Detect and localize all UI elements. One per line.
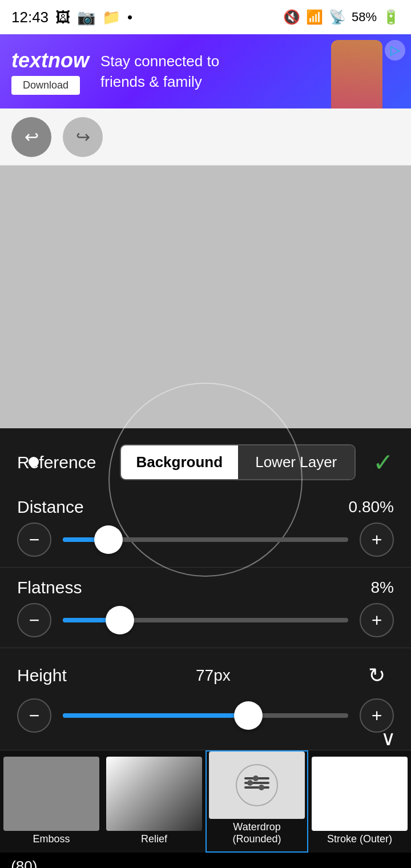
camera-icon: 📷	[77, 9, 95, 26]
height-value: 77px	[196, 666, 231, 685]
divider-1	[0, 567, 411, 568]
waterdrop-label: Waterdrop(Rounded)	[232, 821, 281, 846]
ad-banner[interactable]: textnow Download Stay connected tofriend…	[0, 34, 411, 108]
distance-label-row: Distance 0.80%	[17, 497, 394, 517]
distance-value: 0.80%	[349, 498, 394, 516]
stroke-outer-label: Stroke (Outer)	[327, 833, 392, 846]
waterdrop-thumb	[209, 752, 305, 819]
flatness-increase-button[interactable]: +	[360, 603, 394, 637]
redo-icon: ↪	[76, 127, 90, 147]
effect-waterdrop[interactable]: Waterdrop(Rounded)	[206, 750, 308, 853]
ad-download-button[interactable]: Download	[11, 76, 80, 95]
bottom-nav: (80)Adjust Color Blur Style Draw	[0, 853, 411, 868]
effect-stroke-outer[interactable]: Stroke (Outer)	[308, 750, 411, 853]
height-slider-fill	[63, 713, 248, 718]
emboss-label: Emboss	[33, 833, 70, 846]
height-slider-thumb[interactable]	[234, 701, 263, 730]
flatness-decrease-button[interactable]: −	[17, 603, 51, 637]
panel-dot	[29, 457, 39, 467]
wifi-icon: 📶	[306, 9, 323, 25]
ad-phone-image	[331, 40, 382, 108]
screenshot-icon: 🖼	[55, 9, 70, 26]
flatness-slider-thumb[interactable]	[106, 606, 134, 634]
relief-thumb	[106, 757, 202, 831]
folder-icon: 📁	[102, 9, 120, 26]
undo-icon: ↩	[25, 127, 39, 147]
toolbar: ↩ ↪	[0, 108, 411, 166]
relief-label: Relief	[141, 833, 167, 846]
time-display: 12:43	[11, 9, 49, 26]
distance-slider-row: − +	[17, 523, 394, 557]
signal-icon: 📡	[329, 9, 346, 25]
flatness-label-row: Flatness 8%	[17, 578, 394, 597]
flatness-label: Flatness	[17, 578, 82, 597]
control-panel: Reference Background Lower Layer ✓ Dista…	[0, 428, 411, 750]
ad-tagline: Stay connected tofriends & family	[100, 51, 219, 93]
status-bar: 12:43 🖼 📷 📁 • 🔇 📶 📡 58% 🔋	[0, 0, 411, 34]
distance-label: Distance	[17, 497, 84, 517]
flatness-slider-track[interactable]	[63, 618, 348, 622]
reference-toggle[interactable]: Background Lower Layer	[120, 444, 356, 480]
status-right: 🔇 📶 📡 58% 🔋	[283, 9, 400, 25]
confirm-button[interactable]: ✓	[373, 448, 394, 477]
background-option[interactable]: Background	[121, 445, 238, 479]
height-label: Height	[17, 666, 67, 685]
waterdrop-icon	[234, 762, 280, 808]
flatness-slider-row: − +	[17, 603, 394, 637]
reference-row: Reference Background Lower Layer ✓	[0, 428, 411, 492]
ad-logo-section: textnow Download	[11, 49, 89, 95]
effects-row: Emboss Relief Waterdrop(Rounded) Stroke …	[0, 750, 411, 853]
canvas-area[interactable]	[0, 166, 411, 428]
divider-2	[0, 648, 411, 648]
height-slider-track[interactable]	[63, 713, 348, 718]
stroke-outer-thumb	[312, 757, 408, 831]
distance-section: Distance 0.80% − +	[0, 492, 411, 562]
distance-decrease-button[interactable]: −	[17, 523, 51, 557]
svg-point-0	[236, 765, 277, 806]
adjust-color-label: (80)Adjust Color	[11, 858, 92, 868]
height-slider-row: − +	[17, 698, 394, 733]
flatness-section: Flatness 8% − +	[0, 572, 411, 643]
mute-icon: 🔇	[283, 9, 300, 25]
height-label-row: Height 77px ↻	[17, 658, 394, 693]
status-left: 12:43 🖼 📷 📁 •	[11, 9, 132, 26]
flatness-value: 8%	[371, 578, 394, 597]
distance-slider-track[interactable]	[63, 537, 348, 542]
nav-adjust-color[interactable]: (80)Adjust Color	[0, 858, 103, 868]
ad-logo-text: textnow	[11, 49, 89, 73]
ad-arrow-icon[interactable]: ▷	[385, 40, 405, 61]
svg-point-4	[247, 780, 253, 786]
lower-layer-option[interactable]: Lower Layer	[238, 445, 355, 479]
distance-increase-button[interactable]: +	[360, 523, 394, 557]
effect-emboss[interactable]: Emboss	[0, 750, 103, 853]
distance-slider-thumb[interactable]	[94, 525, 123, 554]
battery-icon: 🔋	[382, 9, 400, 25]
battery-display: 58%	[352, 10, 377, 25]
refresh-button[interactable]: ↻	[360, 658, 394, 693]
effect-relief[interactable]: Relief	[103, 750, 206, 853]
undo-button[interactable]: ↩	[11, 117, 51, 157]
redo-button[interactable]: ↪	[63, 117, 103, 157]
emboss-thumb	[3, 757, 99, 831]
dot-indicator: •	[127, 9, 132, 26]
height-decrease-button[interactable]: −	[17, 698, 51, 733]
height-section: Height 77px ↻ − + ∨	[0, 653, 411, 738]
svg-point-6	[253, 775, 259, 781]
svg-point-5	[259, 785, 264, 790]
